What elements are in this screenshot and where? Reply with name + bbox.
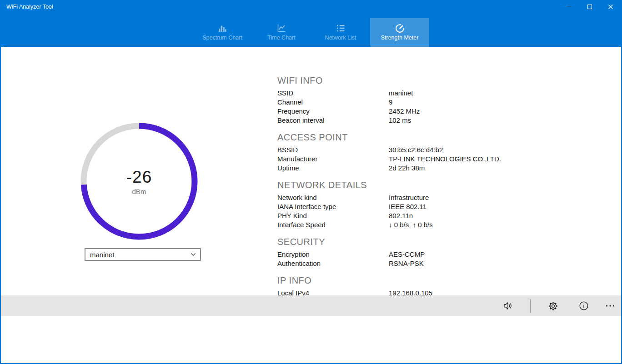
section-title: WIFI INFO	[277, 75, 532, 86]
info-label: IANA Interface type	[277, 202, 389, 211]
info-sections: WIFI INFOSSIDmaninetChannel9Frequency245…	[277, 75, 532, 323]
chevron-down-icon	[190, 251, 196, 258]
info-row: PHY Kind802.11n	[277, 211, 532, 220]
window-controls	[558, 0, 621, 14]
info-label: Network kind	[277, 193, 389, 202]
info-row: AuthenticationRSNA-PSK	[277, 259, 532, 268]
info-label: Authentication	[277, 259, 389, 268]
section-title: IP INFO	[277, 275, 532, 286]
tab-label: Time Chart	[267, 35, 295, 41]
info-label: Beacon interval	[277, 116, 389, 125]
info-row: ManufacturerTP-LINK TECHNOLOGIES CO.,LTD…	[277, 155, 532, 164]
gauge-readout: -26 dBm	[80, 123, 198, 240]
info-button[interactable]	[574, 296, 594, 316]
close-icon	[608, 4, 613, 10]
info-value: 30:b5:c2:6c:d4:b2	[389, 145, 532, 155]
tab-strength-meter[interactable]: Strength Meter	[370, 18, 429, 47]
command-bar	[1, 295, 621, 316]
info-label: PHY Kind	[277, 211, 389, 220]
info-value: RSNA-PSK	[389, 259, 532, 268]
info-row: Interface Speed↓ 0 b/s ↑ 0 b/s	[277, 220, 532, 229]
info-value: maninet	[389, 89, 532, 98]
info-label: SSID	[277, 89, 389, 98]
app-window: WiFi Analyzer Tool	[0, 0, 622, 364]
tab-label: Network List	[325, 35, 356, 41]
maximize-button[interactable]	[579, 0, 600, 14]
info-row: Beacon interval102 ms	[277, 116, 532, 125]
info-value: TP-LINK TECHNOLOGIES CO.,LTD.	[389, 155, 532, 164]
bar-chart-icon	[217, 22, 228, 34]
info-row: Channel9	[277, 98, 532, 107]
info-value: 2d 22h 38m	[389, 164, 532, 173]
info-value: ↓ 0 b/s ↑ 0 b/s	[389, 220, 532, 229]
gear-icon	[548, 301, 558, 311]
section-title: SECURITY	[277, 237, 532, 247]
info-label: Manufacturer	[277, 155, 389, 164]
signal-value: -26	[126, 168, 152, 187]
info-label: Interface Speed	[277, 220, 389, 229]
info-label: Channel	[277, 98, 389, 107]
list-icon	[335, 22, 346, 34]
app-title: WiFi Analyzer Tool	[6, 4, 53, 10]
info-row: IANA Interface typeIEEE 802.11	[277, 202, 532, 211]
tab-network-list[interactable]: Network List	[311, 18, 370, 47]
info-label: Encryption	[277, 250, 389, 259]
info-row: EncryptionAES-CCMP	[277, 250, 532, 259]
info-section: SECURITYEncryptionAES-CCMPAuthentication…	[277, 237, 532, 268]
volume-button[interactable]	[498, 296, 518, 316]
signal-strength-gauge: -26 dBm	[80, 123, 198, 240]
tab-bar: Spectrum Chart Time Chart	[1, 18, 621, 47]
info-section: NETWORK DETAILSNetwork kindInfrastructur…	[277, 180, 532, 229]
tab-time-chart[interactable]: Time Chart	[252, 18, 311, 47]
maximize-icon	[587, 4, 592, 10]
settings-button[interactable]	[543, 296, 563, 316]
tab-spectrum-chart[interactable]: Spectrum Chart	[193, 18, 252, 47]
signal-unit: dBm	[132, 188, 146, 195]
info-label: Uptime	[277, 164, 389, 173]
minimize-icon	[566, 4, 572, 10]
info-label: BSSID	[277, 145, 389, 155]
info-row: Uptime2d 22h 38m	[277, 164, 532, 173]
info-value: 802.11n	[389, 211, 532, 220]
line-chart-icon	[276, 22, 287, 34]
info-row: BSSID30:b5:c2:6c:d4:b2	[277, 145, 532, 155]
section-title: NETWORK DETAILS	[277, 180, 532, 190]
section-title: ACCESS POINT	[277, 132, 532, 143]
network-selector-value: maninet	[90, 251, 114, 259]
info-label: Frequency	[277, 107, 389, 116]
info-row: SSIDmaninet	[277, 89, 532, 98]
volume-icon	[502, 300, 513, 311]
info-value: IEEE 802.11	[389, 202, 532, 211]
gauge-icon	[394, 22, 406, 34]
tab-label: Spectrum Chart	[202, 35, 242, 41]
info-value: 2452 MHz	[389, 107, 532, 116]
close-button[interactable]	[600, 0, 621, 14]
info-value: 102 ms	[389, 116, 532, 125]
info-value: 9	[389, 98, 532, 107]
info-row: Network kindInfrastructure	[277, 193, 532, 202]
ellipsis-icon	[605, 300, 616, 311]
minimize-button[interactable]	[558, 0, 579, 14]
info-row: Frequency2452 MHz	[277, 107, 532, 116]
info-value: Infrastructure	[389, 193, 532, 202]
more-button[interactable]	[600, 296, 620, 316]
tab-label: Strength Meter	[381, 35, 419, 41]
title-bar: WiFi Analyzer Tool	[1, 0, 621, 47]
command-bar-divider	[530, 299, 531, 313]
network-selector[interactable]: maninet	[85, 248, 201, 261]
info-value: AES-CCMP	[389, 250, 532, 259]
info-icon	[578, 300, 589, 311]
info-section: WIFI INFOSSIDmaninetChannel9Frequency245…	[277, 75, 532, 125]
info-section: ACCESS POINTBSSID30:b5:c2:6c:d4:b2Manufa…	[277, 132, 532, 173]
